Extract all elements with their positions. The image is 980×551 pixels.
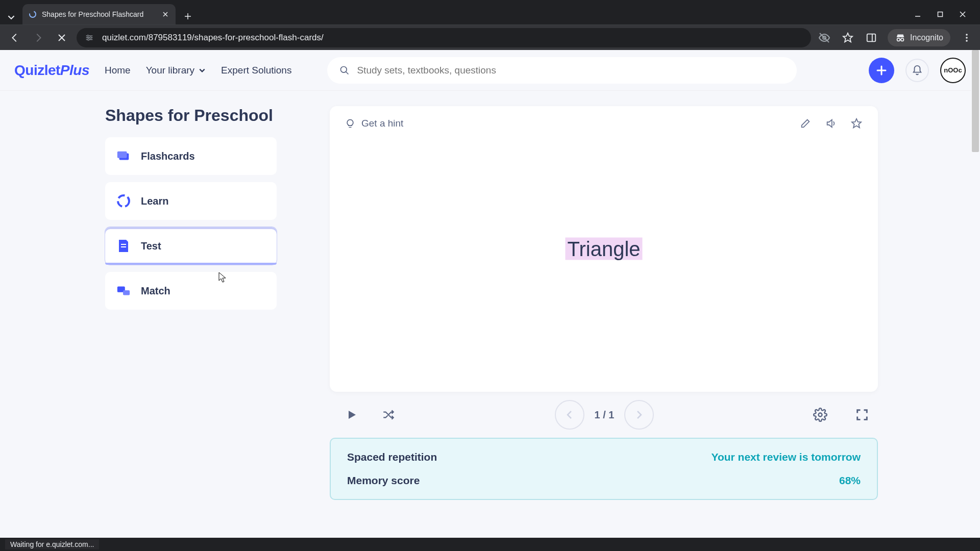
tab-title: Shapes for Preschool Flashcard [42,10,156,18]
scrollbar-thumb[interactable] [972,50,979,152]
svg-point-16 [118,195,129,207]
edit-card-icon[interactable] [799,117,812,130]
address-bar[interactable]: quizlet.com/879583119/shapes-for-prescho… [77,28,811,47]
notifications-button[interactable] [905,59,929,82]
svg-point-9 [901,38,904,41]
browser-tab[interactable]: Shapes for Preschool Flashcard [22,4,176,24]
maximize-window-icon[interactable] [935,9,945,19]
status-text: Waiting for e.quizlet.com... [5,539,99,549]
card-term: Triangle [565,238,642,261]
forward-button[interactable] [30,29,47,46]
svg-point-13 [341,66,347,72]
left-column: Shapes for Preschool Flashcards Learn Te… [105,106,279,500]
create-button[interactable] [869,58,894,83]
nav-expert-solutions[interactable]: Expert Solutions [221,65,291,76]
sr-next-review: Your next review is tomorrow [711,451,861,463]
svg-rect-20 [123,290,130,295]
close-window-icon[interactable] [958,9,968,19]
svg-rect-17 [121,244,126,245]
svg-point-11 [966,37,968,39]
flashcards-icon [116,149,131,163]
mode-learn[interactable]: Learn [105,182,277,220]
app-header: QuizletPlus Home Your library Expert Sol… [0,50,980,91]
pager-label: 1 / 1 [595,409,615,421]
svg-point-2 [87,35,89,37]
back-button[interactable] [6,29,23,46]
play-button[interactable] [341,404,362,425]
eye-off-icon[interactable] [817,31,831,45]
learn-icon [116,194,131,208]
minimize-window-icon[interactable] [913,9,923,19]
bookmark-star-icon[interactable] [841,31,855,45]
stop-reload-button[interactable] [53,29,70,46]
set-title: Shapes for Preschool [105,106,279,125]
site-settings-icon[interactable] [84,32,95,43]
browser-tab-strip: Shapes for Preschool Flashcard [0,0,980,50]
flashcard[interactable]: Get a hint Trian [330,106,878,392]
mode-test[interactable]: Test [105,227,277,265]
get-hint-button[interactable]: Get a hint [345,118,403,129]
incognito-icon [895,32,906,43]
svg-point-21 [818,413,822,417]
card-controls: 1 / 1 [330,392,878,438]
plus-icon [875,64,888,77]
nav-your-library[interactable]: Your library [146,65,206,76]
logo[interactable]: QuizletPlus [14,62,89,79]
tab-search-dropdown[interactable] [4,10,18,24]
browser-menu-icon[interactable] [960,31,974,45]
next-card-button[interactable] [624,400,654,430]
right-column: Get a hint Trian [330,106,878,500]
svg-point-0 [30,11,36,17]
sr-memory-label: Memory score [347,474,420,487]
svg-rect-6 [867,34,876,41]
search-box[interactable] [327,57,797,84]
svg-point-10 [966,34,968,36]
mode-flashcards[interactable]: Flashcards [105,137,277,175]
prev-card-button[interactable] [555,400,584,430]
settings-button[interactable] [810,404,831,425]
new-tab-button[interactable] [180,8,196,24]
incognito-badge[interactable]: Incognito [888,29,950,46]
url-text: quizlet.com/879583119/shapes-for-prescho… [102,33,324,43]
svg-point-4 [87,38,89,40]
close-tab-icon[interactable] [161,10,169,18]
vertical-scrollbar[interactable] [971,50,980,538]
sr-memory-value: 68% [839,474,861,487]
svg-point-3 [90,37,92,39]
spaced-repetition-panel: Spaced repetition Your next review is to… [330,438,878,500]
lightbulb-icon [345,118,355,129]
fullscreen-button[interactable] [851,404,873,425]
svg-rect-18 [121,246,126,247]
browser-status-bar: Waiting for e.quizlet.com... [0,538,980,551]
nav-home[interactable]: Home [105,65,131,76]
search-icon [339,65,350,76]
bell-icon [912,65,923,76]
incognito-label: Incognito [910,33,943,42]
svg-point-8 [897,38,900,41]
test-icon [116,239,131,253]
shuffle-button[interactable] [378,404,399,425]
avatar[interactable]: nOOc [940,58,966,83]
match-icon [116,284,131,298]
side-panel-icon[interactable] [864,31,878,45]
mode-match[interactable]: Match [105,272,277,310]
loading-spinner-icon [29,10,37,18]
page-body: QuizletPlus Home Your library Expert Sol… [0,50,980,538]
search-input[interactable] [357,65,785,76]
svg-point-12 [966,40,968,42]
chevron-down-icon [199,67,206,74]
audio-icon[interactable] [825,117,837,130]
svg-rect-15 [117,152,127,158]
svg-rect-1 [938,12,943,17]
sr-title: Spaced repetition [347,451,437,463]
star-card-icon[interactable] [850,117,863,130]
browser-toolbar: quizlet.com/879583119/shapes-for-prescho… [0,24,980,50]
